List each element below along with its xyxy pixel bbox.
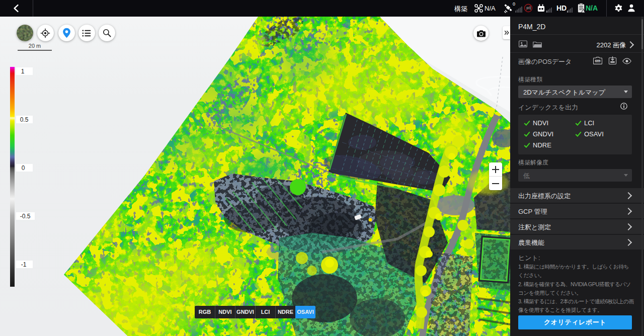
svg-text:POS: POS [596, 60, 600, 62]
svg-text:1: 1 [21, 68, 25, 75]
svg-text:0.5: 0.5 [20, 116, 29, 123]
svg-text:-0.5: -0.5 [20, 213, 31, 220]
svg-text:0: 0 [22, 164, 25, 172]
svg-text:-1: -1 [21, 261, 27, 268]
